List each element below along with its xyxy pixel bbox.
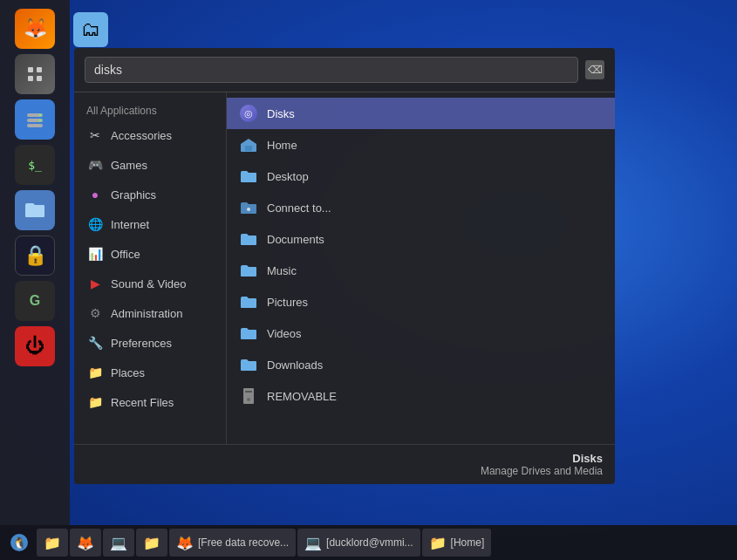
pictures-label: Pictures <box>267 296 308 309</box>
category-preferences[interactable]: 🔧 Preferences <box>74 328 226 358</box>
categories-panel: All Applications ✂ Accessories 🎮 Games ●… <box>74 92 227 444</box>
taskbar-files2-icon: 📁 <box>143 535 160 551</box>
taskbar-files2[interactable]: 📁 <box>136 529 167 557</box>
svg-point-7 <box>39 114 41 116</box>
preferences-icon: 🔧 <box>86 334 104 352</box>
desktop-folder-icon <box>239 167 258 186</box>
svg-rect-2 <box>28 76 33 81</box>
documents-label: Documents <box>267 233 324 246</box>
taskbar-ssh-label: [ducklord@vmmi... <box>326 536 413 549</box>
description-bar: Disks Manage Drives and Media <box>74 444 615 484</box>
svg-rect-9 <box>245 146 252 151</box>
taskbar-ssh[interactable]: 💻 [ducklord@vmmi... <box>297 529 420 557</box>
accessories-icon: ✂ <box>86 126 104 144</box>
removable-label: REMOVABLE <box>267 390 337 403</box>
taskbar-terminal[interactable]: 💻 <box>103 529 134 557</box>
places-icon: 📁 <box>86 364 104 381</box>
internet-label: Internet <box>111 218 149 231</box>
svg-rect-6 <box>27 124 43 127</box>
music-folder-icon <box>239 261 258 280</box>
result-home[interactable]: Home <box>227 129 615 160</box>
sidebar-folder-icon[interactable] <box>15 190 55 230</box>
top-file-icon[interactable]: 🗂 <box>73 12 108 47</box>
all-applications-label: All Applications <box>74 99 226 120</box>
disks-app-icon: ◎ <box>239 104 258 123</box>
category-places[interactable]: 📁 Places <box>74 358 226 387</box>
pictures-folder-icon <box>239 292 258 311</box>
result-documents[interactable]: Documents <box>227 223 615 255</box>
menu-panel: ⌫ All Applications ✂ Accessories 🎮 Games… <box>74 48 615 484</box>
sidebar-firefox-icon[interactable]: 🦊 <box>15 9 55 49</box>
accessories-label: Accessories <box>111 129 172 142</box>
svg-rect-1 <box>37 67 42 72</box>
results-panel: ◎ Disks Home Desktop <box>227 92 615 444</box>
sidebar-power-icon[interactable]: ⏻ <box>15 326 55 366</box>
category-recent-files[interactable]: 📁 Recent Files <box>74 387 226 417</box>
search-bar: ⌫ <box>74 48 615 92</box>
music-label: Music <box>267 264 297 277</box>
administration-icon: ⚙ <box>86 304 104 322</box>
sidebar-storage-icon[interactable] <box>15 99 55 140</box>
graphics-label: Graphics <box>111 188 156 201</box>
disks-label: Disks <box>267 107 295 120</box>
sound-video-label: Sound & Video <box>111 277 187 290</box>
removable-disk-icon <box>239 386 258 406</box>
taskbar-files-icon: 📁 <box>44 535 61 551</box>
search-input[interactable] <box>85 57 578 83</box>
sidebar-lock-icon[interactable]: 🔒 <box>15 236 55 276</box>
result-downloads[interactable]: Downloads <box>227 349 615 380</box>
result-pictures[interactable]: Pictures <box>227 286 615 318</box>
taskbar-terminal-icon: 💻 <box>110 535 127 551</box>
taskbar-start-button[interactable]: 🐧 <box>3 529 35 557</box>
desktop-label: Desktop <box>267 170 309 183</box>
administration-label: Administration <box>111 307 182 320</box>
office-icon: 📊 <box>86 245 104 263</box>
taskbar-ssh-icon: 💻 <box>304 535 322 551</box>
svg-point-10 <box>247 208 250 211</box>
result-desktop[interactable]: Desktop <box>227 160 615 192</box>
taskbar-firefox[interactable]: 🦊 <box>70 529 101 557</box>
preferences-label: Preferences <box>111 337 172 350</box>
taskbar: 🐧 📁 🦊 💻 📁 🦊 [Free data recove... 💻 [duck… <box>0 525 737 560</box>
videos-label: Videos <box>267 327 302 340</box>
result-disks[interactable]: ◎ Disks <box>227 98 615 129</box>
svg-rect-12 <box>245 391 252 393</box>
svg-point-8 <box>39 120 41 121</box>
games-label: Games <box>111 159 147 172</box>
graphics-icon: ● <box>86 186 104 203</box>
taskbar-home-icon: 📁 <box>429 535 447 551</box>
recent-files-icon: 📁 <box>86 393 104 411</box>
category-administration[interactable]: ⚙ Administration <box>74 298 226 328</box>
internet-icon: 🌐 <box>86 215 104 233</box>
sidebar-gimp-icon[interactable]: G <box>15 281 55 321</box>
content-area: All Applications ✂ Accessories 🎮 Games ●… <box>74 92 615 444</box>
taskbar-home-label: [Home] <box>451 536 485 549</box>
places-label: Places <box>111 366 145 379</box>
result-connect[interactable]: Connect to... <box>227 192 615 223</box>
svg-rect-11 <box>243 388 254 404</box>
taskbar-recover-icon: 🦊 <box>176 535 194 551</box>
taskbar-recover[interactable]: 🦊 [Free data recove... <box>169 529 296 557</box>
category-accessories[interactable]: ✂ Accessories <box>74 120 226 150</box>
category-games[interactable]: 🎮 Games <box>74 150 226 180</box>
category-sound-video[interactable]: ▶ Sound & Video <box>74 269 226 298</box>
result-removable[interactable]: REMOVABLE <box>227 380 615 412</box>
connect-label: Connect to... <box>267 201 331 215</box>
sidebar-terminal-icon[interactable]: $_ <box>15 145 55 185</box>
downloads-label: Downloads <box>267 359 323 372</box>
taskbar-files[interactable]: 📁 <box>37 529 68 557</box>
result-music[interactable]: Music <box>227 255 615 286</box>
office-label: Office <box>111 248 140 261</box>
result-videos[interactable]: Videos <box>227 318 615 349</box>
category-graphics[interactable]: ● Graphics <box>74 180 226 209</box>
svg-rect-0 <box>28 67 33 72</box>
sidebar: 🦊 $_ 🔒 G ⏻ <box>0 0 70 525</box>
connect-icon <box>239 198 258 217</box>
svg-point-13 <box>247 398 250 401</box>
category-office[interactable]: 📊 Office <box>74 239 226 269</box>
sidebar-grid-icon[interactable] <box>15 54 55 94</box>
taskbar-home[interactable]: 📁 [Home] <box>422 529 492 557</box>
svg-rect-3 <box>37 76 42 81</box>
search-clear-button[interactable]: ⌫ <box>585 60 604 79</box>
category-internet[interactable]: 🌐 Internet <box>74 209 226 239</box>
